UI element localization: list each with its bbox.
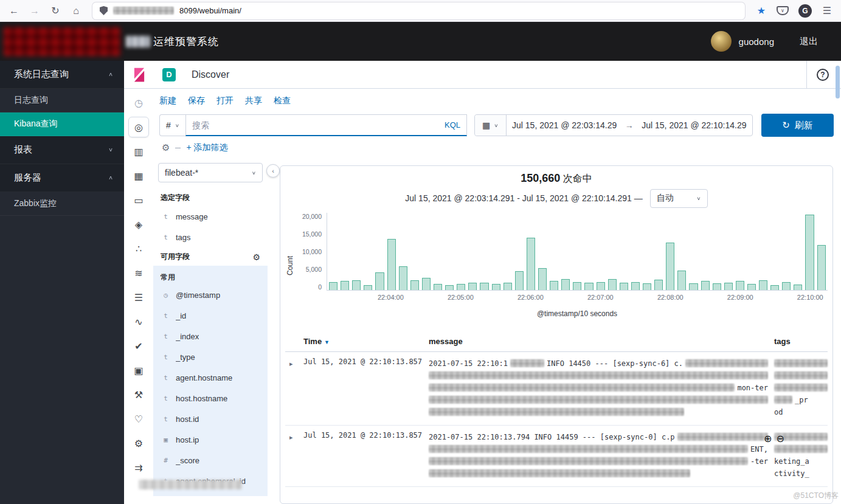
field-item-message[interactable]: tmessage	[153, 206, 268, 227]
histogram-bar[interactable]	[515, 271, 524, 290]
dashboard-icon[interactable]: ▦	[128, 165, 149, 186]
field-item-_index[interactable]: t_index	[153, 326, 268, 347]
time-from[interactable]: Jul 15, 2021 @ 22:03:14.29	[507, 120, 623, 130]
collapse-nav-icon[interactable]: ⇉	[128, 457, 149, 478]
histogram-bar[interactable]	[794, 285, 802, 290]
pocket-icon[interactable]: ∨	[777, 6, 789, 15]
scrollbar-thumb[interactable]	[836, 66, 840, 98]
histogram-bar[interactable]	[608, 279, 617, 290]
field-item-_score[interactable]: #_score	[153, 450, 268, 471]
reload-icon[interactable]: ↻	[45, 5, 66, 16]
histogram-bar[interactable]	[445, 285, 454, 290]
metrics-icon[interactable]: ≋	[128, 263, 149, 283]
canvas-icon[interactable]: ▭	[128, 190, 149, 210]
field-item-agent.hostname[interactable]: tagent.hostname	[153, 367, 268, 388]
histogram-bar[interactable]	[782, 282, 791, 290]
machine-learning-icon[interactable]: ∴	[128, 238, 149, 259]
histogram-bar[interactable]	[329, 282, 337, 290]
histogram-bar[interactable]	[538, 268, 547, 290]
histogram-bar[interactable]	[713, 283, 721, 290]
refresh-button[interactable]: ↻ 刷新	[761, 114, 834, 137]
histogram-bar[interactable]	[457, 284, 465, 290]
kibana-logo[interactable]	[131, 67, 147, 83]
histogram-bar[interactable]	[701, 281, 710, 290]
histogram-bar[interactable]	[631, 282, 640, 290]
discover-icon[interactable]: ◎	[128, 117, 149, 137]
field-settings-gear-icon[interactable]: ⚙	[252, 252, 260, 262]
menu-save[interactable]: 保存	[188, 95, 205, 106]
maps-icon[interactable]: ◈	[128, 214, 149, 235]
menu-open[interactable]: 打开	[216, 95, 234, 106]
zoom-in-icon[interactable]: ⊕	[764, 433, 772, 444]
tags-column-header[interactable]: tags	[774, 337, 828, 346]
histogram-bar[interactable]	[654, 280, 663, 290]
histogram-bar[interactable]	[352, 280, 361, 290]
histogram-bar[interactable]	[620, 283, 628, 290]
histogram-bar[interactable]	[364, 285, 372, 290]
histogram-bar[interactable]	[584, 283, 593, 290]
sidebar-item-reports[interactable]: 报表∨	[0, 136, 124, 164]
histogram-bar[interactable]	[468, 283, 477, 290]
user-avatar[interactable]	[711, 31, 732, 52]
index-pattern-select[interactable]: filebeat-* ∨	[158, 163, 263, 182]
profile-avatar[interactable]: G	[798, 4, 812, 18]
monitoring-icon[interactable]: ♡	[128, 409, 149, 429]
histogram-bar[interactable]	[504, 283, 512, 290]
menu-new[interactable]: 新建	[159, 95, 176, 106]
histogram-bar[interactable]	[375, 272, 384, 290]
help-icon[interactable]: ?	[817, 69, 829, 81]
histogram-bar[interactable]	[422, 278, 431, 290]
sidebar-item-log-query[interactable]: 日志查询	[0, 89, 124, 112]
field-item-_id[interactable]: t_id	[153, 305, 268, 326]
menu-hamburger-icon[interactable]: ☰	[817, 5, 837, 16]
histogram-bar[interactable]	[817, 245, 826, 290]
histogram-bar[interactable]	[550, 281, 558, 290]
sidebar-item-servers[interactable]: 服务器∧	[0, 164, 124, 192]
security-icon[interactable]: ▣	[128, 360, 149, 381]
menu-share[interactable]: 共享	[245, 95, 262, 106]
histogram-bar[interactable]	[399, 266, 407, 290]
field-item-host.hostname[interactable]: thost.hostname	[153, 388, 268, 409]
query-field-menu[interactable]: # ∨	[159, 114, 185, 136]
expand-row-icon[interactable]: ▸	[285, 433, 293, 441]
message-column-header[interactable]: message	[429, 337, 774, 346]
sidebar-item-system-log-query[interactable]: 系统日志查询∧	[0, 61, 124, 89]
zoom-out-icon[interactable]: ⊖	[776, 433, 784, 444]
forward-icon[interactable]: →	[24, 5, 45, 16]
back-icon[interactable]: ←	[4, 5, 24, 16]
add-filter-link[interactable]: + 添加筛选	[186, 142, 227, 153]
field-item-host.ip[interactable]: ▣host.ip	[153, 429, 268, 450]
uptime-icon[interactable]: ✔	[128, 336, 149, 356]
histogram-bar[interactable]	[643, 283, 651, 290]
menu-inspect[interactable]: 检查	[274, 95, 291, 106]
histogram-bar[interactable]	[677, 271, 686, 290]
shield-icon[interactable]	[100, 6, 108, 15]
histogram-bar[interactable]	[666, 243, 674, 290]
field-item-@timestamp[interactable]: ◷@timestamp	[153, 285, 268, 305]
url-bar[interactable]: 8099/webui/main/	[92, 2, 745, 19]
sidebar-item-zabbix-monitor[interactable]: Zabbix监控	[0, 192, 124, 216]
histogram-bar[interactable]	[597, 282, 605, 290]
collapse-sidebar-button[interactable]: ‹	[266, 164, 280, 178]
dev-tools-icon[interactable]: ⚒	[128, 384, 149, 405]
filter-settings-gear-icon[interactable]: ⚙	[162, 142, 170, 153]
histogram-bar[interactable]	[747, 284, 756, 290]
histogram-bar[interactable]	[759, 280, 767, 290]
histogram-bar[interactable]	[410, 280, 419, 291]
sidebar-item-kibana-query[interactable]: Kibana查询	[0, 112, 124, 136]
recent-icon[interactable]: ◷	[128, 92, 149, 113]
histogram-bar[interactable]	[492, 284, 500, 290]
histogram-bar[interactable]	[527, 238, 535, 290]
date-menu-button[interactable]: ▦ ∨	[475, 115, 507, 136]
histogram-bar[interactable]	[724, 283, 733, 290]
home-icon[interactable]: ⌂	[66, 5, 86, 16]
histogram-bar[interactable]	[387, 239, 396, 290]
histogram-bar[interactable]	[689, 283, 697, 290]
histogram-bar[interactable]	[480, 283, 488, 290]
histogram-bar[interactable]	[434, 284, 442, 290]
interval-select[interactable]: 自动 ∨	[650, 189, 708, 208]
field-item-tags[interactable]: ttags	[153, 227, 268, 247]
field-item-host.id[interactable]: thost.id	[153, 409, 268, 429]
histogram-bar[interactable]	[573, 282, 581, 290]
bookmark-star-icon[interactable]: ★	[751, 5, 772, 16]
